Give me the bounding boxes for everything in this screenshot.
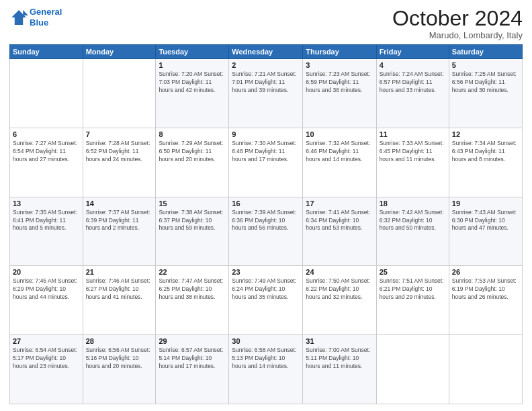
table-row: 18Sunrise: 7:42 AM Sunset: 6:32 PM Dayli… — [376, 197, 449, 266]
col-monday: Monday — [83, 45, 156, 59]
table-row: 2Sunrise: 7:21 AM Sunset: 7:01 PM Daylig… — [229, 59, 303, 128]
col-friday: Friday — [376, 45, 449, 59]
day-number: 29 — [159, 337, 226, 345]
day-info: Sunrise: 6:57 AM Sunset: 5:14 PM Dayligh… — [159, 347, 226, 371]
day-number: 3 — [306, 61, 373, 69]
day-number: 22 — [159, 268, 226, 276]
table-row: 6Sunrise: 7:27 AM Sunset: 6:54 PM Daylig… — [10, 128, 83, 197]
table-row: 14Sunrise: 7:37 AM Sunset: 6:39 PM Dayli… — [83, 197, 156, 266]
table-row: 24Sunrise: 7:50 AM Sunset: 6:22 PM Dayli… — [303, 266, 376, 335]
day-number: 17 — [306, 199, 373, 208]
table-row: 25Sunrise: 7:51 AM Sunset: 6:21 PM Dayli… — [376, 266, 449, 335]
day-info: Sunrise: 7:46 AM Sunset: 6:27 PM Dayligh… — [86, 277, 153, 302]
table-row — [376, 335, 449, 404]
day-info: Sunrise: 6:56 AM Sunset: 5:16 PM Dayligh… — [86, 347, 153, 371]
table-row: 4Sunrise: 7:24 AM Sunset: 6:57 PM Daylig… — [376, 59, 449, 128]
calendar-body: 1Sunrise: 7:20 AM Sunset: 7:03 PM Daylig… — [10, 59, 523, 404]
day-number: 11 — [380, 130, 446, 138]
table-row: 26Sunrise: 7:53 AM Sunset: 6:19 PM Dayli… — [449, 266, 522, 335]
table-row: 13Sunrise: 7:35 AM Sunset: 6:41 PM Dayli… — [10, 197, 83, 266]
day-number: 10 — [306, 130, 373, 138]
table-row: 3Sunrise: 7:23 AM Sunset: 6:59 PM Daylig… — [303, 59, 376, 128]
col-tuesday: Tuesday — [156, 45, 229, 59]
day-info: Sunrise: 7:42 AM Sunset: 6:32 PM Dayligh… — [380, 209, 446, 233]
table-row: 17Sunrise: 7:41 AM Sunset: 6:34 PM Dayli… — [303, 197, 376, 266]
day-info: Sunrise: 6:54 AM Sunset: 5:17 PM Dayligh… — [13, 347, 80, 371]
day-number: 28 — [86, 337, 153, 345]
table-row: 7Sunrise: 7:28 AM Sunset: 6:52 PM Daylig… — [83, 128, 156, 197]
day-info: Sunrise: 6:58 AM Sunset: 5:13 PM Dayligh… — [232, 347, 300, 371]
table-row: 20Sunrise: 7:45 AM Sunset: 6:29 PM Dayli… — [10, 266, 83, 335]
table-row: 23Sunrise: 7:49 AM Sunset: 6:24 PM Dayli… — [229, 266, 303, 335]
day-number: 8 — [159, 130, 226, 138]
day-info: Sunrise: 7:50 AM Sunset: 6:22 PM Dayligh… — [306, 277, 373, 302]
day-number: 13 — [13, 199, 80, 208]
day-number: 14 — [86, 199, 153, 208]
table-row: 5Sunrise: 7:25 AM Sunset: 6:56 PM Daylig… — [449, 59, 522, 128]
table-row: 12Sunrise: 7:34 AM Sunset: 6:43 PM Dayli… — [449, 128, 522, 197]
table-row: 31Sunrise: 7:00 AM Sunset: 5:11 PM Dayli… — [303, 335, 376, 404]
day-number: 25 — [380, 268, 446, 276]
calendar-week-3: 13Sunrise: 7:35 AM Sunset: 6:41 PM Dayli… — [10, 197, 523, 266]
day-info: Sunrise: 7:29 AM Sunset: 6:50 PM Dayligh… — [159, 140, 226, 164]
table-row: 29Sunrise: 6:57 AM Sunset: 5:14 PM Dayli… — [156, 335, 229, 404]
calendar-header: Sunday Monday Tuesday Wednesday Thursday… — [10, 45, 523, 59]
day-number: 7 — [86, 130, 153, 138]
col-sunday: Sunday — [10, 45, 83, 59]
table-row: 28Sunrise: 6:56 AM Sunset: 5:16 PM Dayli… — [83, 335, 156, 404]
day-info: Sunrise: 7:38 AM Sunset: 6:37 PM Dayligh… — [159, 209, 226, 233]
day-info: Sunrise: 7:39 AM Sunset: 6:36 PM Dayligh… — [232, 209, 300, 233]
day-number: 15 — [159, 199, 226, 208]
day-number: 5 — [452, 61, 519, 69]
table-row: 11Sunrise: 7:33 AM Sunset: 6:45 PM Dayli… — [376, 128, 449, 197]
day-number: 24 — [306, 268, 373, 276]
day-number: 20 — [13, 268, 80, 276]
day-info: Sunrise: 7:00 AM Sunset: 5:11 PM Dayligh… — [306, 347, 373, 371]
calendar-week-2: 6Sunrise: 7:27 AM Sunset: 6:54 PM Daylig… — [10, 128, 523, 197]
day-info: Sunrise: 7:24 AM Sunset: 6:57 PM Dayligh… — [380, 71, 446, 95]
logo-icon — [9, 8, 28, 27]
col-thursday: Thursday — [303, 45, 376, 59]
table-row: 21Sunrise: 7:46 AM Sunset: 6:27 PM Dayli… — [83, 266, 156, 335]
day-number: 2 — [232, 61, 300, 69]
day-info: Sunrise: 7:21 AM Sunset: 7:01 PM Dayligh… — [232, 71, 300, 95]
table-row — [10, 59, 83, 128]
table-row — [449, 335, 522, 404]
day-number: 30 — [232, 337, 300, 345]
calendar-week-1: 1Sunrise: 7:20 AM Sunset: 7:03 PM Daylig… — [10, 59, 523, 128]
table-row: 15Sunrise: 7:38 AM Sunset: 6:37 PM Dayli… — [156, 197, 229, 266]
day-info: Sunrise: 7:34 AM Sunset: 6:43 PM Dayligh… — [452, 140, 519, 164]
header: General Blue October 2024 Marudo, Lombar… — [9, 7, 523, 40]
day-info: Sunrise: 7:35 AM Sunset: 6:41 PM Dayligh… — [13, 209, 80, 233]
day-number: 23 — [232, 268, 300, 276]
table-row: 10Sunrise: 7:32 AM Sunset: 6:46 PM Dayli… — [303, 128, 376, 197]
table-row: 8Sunrise: 7:29 AM Sunset: 6:50 PM Daylig… — [156, 128, 229, 197]
day-number: 1 — [159, 61, 226, 69]
table-row: 30Sunrise: 6:58 AM Sunset: 5:13 PM Dayli… — [229, 335, 303, 404]
day-number: 27 — [13, 337, 80, 345]
calendar-week-4: 20Sunrise: 7:45 AM Sunset: 6:29 PM Dayli… — [10, 266, 523, 335]
day-info: Sunrise: 7:45 AM Sunset: 6:29 PM Dayligh… — [13, 277, 80, 302]
day-info: Sunrise: 7:32 AM Sunset: 6:46 PM Dayligh… — [306, 140, 373, 164]
table-row: 16Sunrise: 7:39 AM Sunset: 6:36 PM Dayli… — [229, 197, 303, 266]
day-number: 26 — [452, 268, 519, 276]
day-info: Sunrise: 7:25 AM Sunset: 6:56 PM Dayligh… — [452, 71, 519, 95]
day-number: 4 — [380, 61, 446, 69]
calendar-table: Sunday Monday Tuesday Wednesday Thursday… — [9, 44, 523, 404]
svg-marker-1 — [23, 10, 28, 15]
month-title: October 2024 — [392, 7, 523, 30]
day-info: Sunrise: 7:30 AM Sunset: 6:48 PM Dayligh… — [232, 140, 300, 164]
table-row: 1Sunrise: 7:20 AM Sunset: 7:03 PM Daylig… — [156, 59, 229, 128]
table-row: 22Sunrise: 7:47 AM Sunset: 6:25 PM Dayli… — [156, 266, 229, 335]
day-info: Sunrise: 7:49 AM Sunset: 6:24 PM Dayligh… — [232, 277, 300, 302]
day-info: Sunrise: 7:41 AM Sunset: 6:34 PM Dayligh… — [306, 209, 373, 233]
day-info: Sunrise: 7:47 AM Sunset: 6:25 PM Dayligh… — [159, 277, 226, 302]
day-info: Sunrise: 7:43 AM Sunset: 6:30 PM Dayligh… — [452, 209, 519, 233]
day-number: 21 — [86, 268, 153, 276]
header-row: Sunday Monday Tuesday Wednesday Thursday… — [10, 45, 523, 59]
table-row: 19Sunrise: 7:43 AM Sunset: 6:30 PM Dayli… — [449, 197, 522, 266]
day-number: 19 — [452, 199, 519, 208]
day-info: Sunrise: 7:23 AM Sunset: 6:59 PM Dayligh… — [306, 71, 373, 95]
table-row — [83, 59, 156, 128]
table-row: 9Sunrise: 7:30 AM Sunset: 6:48 PM Daylig… — [229, 128, 303, 197]
